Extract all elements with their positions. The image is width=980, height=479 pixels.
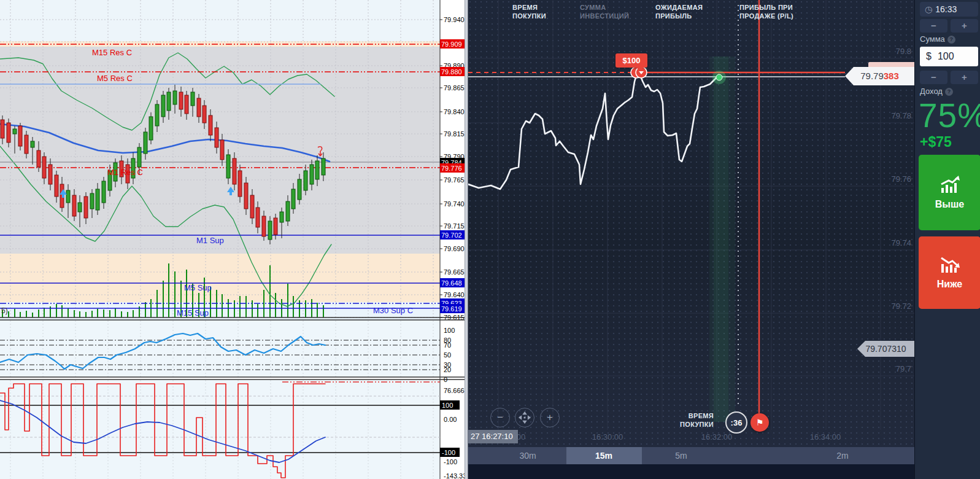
header-buy-time: ВРЕМЯПОКУПКИ (512, 3, 546, 20)
expiry-time-selector[interactable]: ◷16:33 (920, 2, 978, 17)
amount-minus-button[interactable]: − (920, 71, 947, 84)
pan-button[interactable] (515, 408, 534, 427)
svg-text:79.76: 79.76 (891, 174, 911, 184)
mt4-chart-panel[interactable]: M15 Res CM5 Res CM1 Res CM1 SupM5 SupM15… (0, 0, 465, 479)
time-axis-label: 16:32:00 (701, 432, 733, 442)
svg-text:79.702: 79.702 (441, 232, 462, 239)
svg-text:-100: -100 (442, 449, 455, 456)
svg-text:79.740: 79.740 (444, 200, 465, 208)
header-pl-on-sale: ПРИБЫЛЬ ПРИПРОДАЖЕ (P/L) (739, 3, 793, 20)
svg-text:79.648: 79.648 (441, 279, 462, 287)
svg-text:-100: -100 (444, 458, 457, 465)
svg-text:79.815: 79.815 (444, 130, 465, 138)
svg-text:0.00: 0.00 (444, 416, 457, 423)
svg-text:5): 5) (1, 306, 8, 315)
svg-text:79.74: 79.74 (891, 238, 911, 247)
timeframe-2m[interactable]: 2m (836, 447, 848, 464)
buy-time-marker-label: ВРЕМЯПОКУПКИ (652, 411, 714, 429)
help-icon[interactable]: ? (947, 36, 955, 44)
zoom-out-button[interactable]: − (490, 408, 510, 427)
amount-label: Сумма? (920, 34, 955, 44)
zoom-in-button[interactable]: + (540, 408, 560, 427)
time-minus-button[interactable]: − (920, 19, 947, 33)
timeframe-5m[interactable]: 5m (675, 447, 687, 464)
income-label: Доход? (920, 87, 953, 96)
timeframe-30m[interactable]: 30m (519, 447, 536, 464)
svg-text:100: 100 (444, 327, 455, 334)
lower-button[interactable]: Ниже (919, 236, 980, 309)
svg-text:70: 70 (444, 341, 451, 349)
svg-text:M1 Res C: M1 Res C (107, 168, 143, 177)
svg-text:79.765: 79.765 (444, 176, 465, 184)
svg-text:79.715: 79.715 (444, 222, 465, 230)
svg-text:79.865: 79.865 (444, 84, 465, 92)
svg-text:50: 50 (444, 351, 451, 359)
buy-amount-tag: $100 (615, 53, 647, 68)
time-axis-label: 16:34:00 (810, 432, 841, 442)
svg-text:79.880: 79.880 (441, 68, 462, 76)
svg-text:79.640: 79.640 (444, 291, 465, 298)
svg-text:79.776: 79.776 (441, 165, 462, 172)
amount-input[interactable]: $100 (920, 47, 978, 66)
expiry-flag-icon: ⚑ (750, 413, 769, 432)
svg-text:79.8: 79.8 (896, 47, 911, 56)
header-expected-profit: ОЖИДАЕМАЯПРИБЫЛЬ (655, 3, 703, 20)
svg-text:79.7: 79.7 (896, 364, 911, 373)
current-price-tag: 79.79383 (845, 67, 914, 85)
svg-text:-143.333: -143.333 (444, 472, 465, 479)
svg-text:0: 0 (444, 376, 447, 383)
svg-text:79.619: 79.619 (441, 305, 462, 313)
svg-text:M5 Res C: M5 Res C (97, 74, 133, 83)
platform-chart-panel: 79.879.7879.7679.7479.7279.7 ВРЕМЯПОКУПК… (468, 0, 914, 479)
trend-down-icon (938, 255, 962, 274)
svg-text:76.6667: 76.6667 (444, 387, 465, 394)
crosshair-price-tag: 79.707310 (857, 341, 914, 357)
session-time-tag: 27 16:27:10 (468, 430, 518, 443)
time-axis-label: 16:30:00 (592, 432, 623, 442)
svg-text:79.690: 79.690 (444, 245, 465, 252)
higher-button[interactable]: Выше (919, 155, 980, 230)
svg-text:M1 Sup: M1 Sup (196, 236, 224, 245)
payout-amount: +$75 (920, 134, 952, 150)
svg-text:79.940: 79.940 (444, 16, 465, 23)
help-icon[interactable]: ? (945, 88, 953, 96)
platform-chart-canvas[interactable]: 79.879.7879.7679.7479.7279.7 (468, 0, 914, 447)
time-plus-button[interactable]: + (951, 19, 978, 33)
svg-text:20: 20 (444, 366, 451, 373)
bottom-strip (468, 464, 914, 479)
mt4-chart-canvas[interactable]: M15 Res CM5 Res CM1 Res CM1 SupM5 SupM15… (0, 0, 465, 479)
clock-icon: ◷ (925, 2, 932, 17)
pan-icon (515, 408, 534, 427)
svg-text:79.72: 79.72 (891, 302, 911, 311)
svg-text:79.840: 79.840 (444, 108, 465, 115)
payout-percent: 75% (919, 96, 980, 135)
timeframe-bar: 30m 15m 5m 2m (468, 447, 914, 464)
trading-platform: M15 Res CM5 Res CM1 Res CM1 SupM5 SupM15… (0, 0, 980, 479)
header-investment: СУММАИНВЕСТИЦИЙ (580, 3, 629, 20)
svg-text:79.665: 79.665 (444, 268, 465, 276)
amount-plus-button[interactable]: + (951, 71, 978, 84)
time-axis-label: 00 (517, 432, 525, 442)
svg-text:100: 100 (442, 402, 453, 409)
svg-text:79.909: 79.909 (441, 41, 462, 48)
svg-text:M15 Sup: M15 Sup (177, 308, 209, 317)
buy-time-countdown: :36 (725, 411, 747, 434)
svg-text:M5 Sup: M5 Sup (184, 283, 212, 292)
trend-up-icon (938, 176, 962, 194)
svg-text:M30 Sup C: M30 Sup C (373, 306, 413, 315)
svg-text:79.78: 79.78 (891, 111, 911, 120)
svg-text:M15 Res C: M15 Res C (92, 48, 132, 57)
timeframe-15m[interactable]: 15m (595, 447, 612, 464)
trade-sidebar: ◷16:33 − + Сумма? $100 − + Доход? 75% +$… (914, 0, 980, 479)
